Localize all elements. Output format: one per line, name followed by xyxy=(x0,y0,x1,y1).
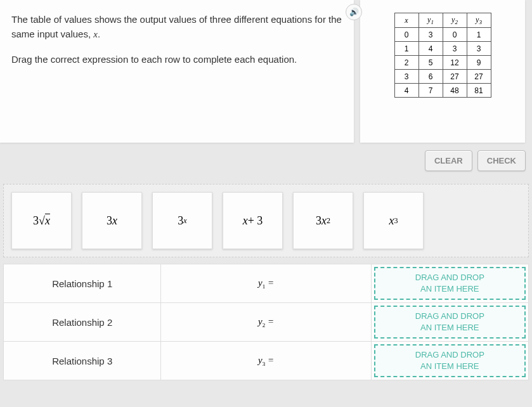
table-row: 25129 xyxy=(394,56,491,70)
action-buttons: CLEAR CHECK xyxy=(0,143,532,179)
problem-period: . xyxy=(98,29,100,39)
dropzone-line-1: DRAG AND DROP xyxy=(415,272,484,283)
table-row: 474881 xyxy=(394,84,491,98)
check-button[interactable]: CHECK xyxy=(477,150,526,171)
problem-text: The table of values shows the output val… xyxy=(11,13,342,67)
header-y1: y1 xyxy=(418,13,443,28)
dropzone-line-1: DRAG AND DROP xyxy=(415,349,484,361)
relationship-2-equation: y2 = xyxy=(161,303,371,342)
dropzone-line-2: AN ITEM HERE xyxy=(420,361,479,372)
problem-line-1a: The table of values shows the output val… xyxy=(11,14,342,25)
clear-button[interactable]: CLEAR xyxy=(425,150,472,171)
tiles-container: 3√x 3x 3x x + 3 3x2 x3 xyxy=(3,184,529,257)
tile-3x-squared[interactable]: 3x2 xyxy=(293,192,353,249)
relationships-table: Relationship 1 y1 = DRAG AND DROP AN ITE… xyxy=(3,264,529,380)
tile-x-cubed[interactable]: x3 xyxy=(363,192,424,249)
problem-line-2: Drag the correct expression to each row … xyxy=(11,53,342,67)
table-row: 1433 xyxy=(394,42,491,56)
values-table: x y1 y2 y3 0301 1433 25129 362727 474881 xyxy=(394,13,491,98)
problem-var: x xyxy=(93,29,98,39)
relationship-3-equation: y3 = xyxy=(161,342,371,380)
audio-button[interactable]: 🔊 xyxy=(346,4,362,20)
dropzone-line-1: DRAG AND DROP xyxy=(415,311,484,322)
relationship-1-label: Relationship 1 xyxy=(4,264,161,303)
relationship-row-3: Relationship 3 y3 = DRAG AND DROP AN ITE… xyxy=(4,342,529,380)
relationship-row-1: Relationship 1 y1 = DRAG AND DROP AN ITE… xyxy=(4,264,529,303)
header-y2: y2 xyxy=(443,13,467,28)
dropzone-3[interactable]: DRAG AND DROP AN ITEM HERE xyxy=(374,344,526,377)
table-row: 362727 xyxy=(394,70,491,84)
relationship-row-2: Relationship 2 y2 = DRAG AND DROP AN ITE… xyxy=(4,303,529,342)
header-x: x xyxy=(394,13,418,28)
tile-x-plus-3[interactable]: x + 3 xyxy=(223,192,283,249)
relationship-2-label: Relationship 2 xyxy=(4,303,161,342)
tile-3x[interactable]: 3x xyxy=(82,192,142,249)
table-panel: x y1 y2 y3 0301 1433 25129 362727 474881 xyxy=(360,0,525,143)
dropzone-2[interactable]: DRAG AND DROP AN ITEM HERE xyxy=(374,306,526,339)
dropzone-1[interactable]: DRAG AND DROP AN ITEM HERE xyxy=(374,267,526,300)
problem-line-1b: same input values, xyxy=(11,29,93,39)
relationship-3-label: Relationship 3 xyxy=(4,342,161,380)
tile-3-sqrt-x[interactable]: 3√x xyxy=(11,192,72,249)
header-y3: y3 xyxy=(467,13,491,28)
tile-3-to-x[interactable]: 3x xyxy=(152,192,212,249)
dropzone-line-2: AN ITEM HERE xyxy=(420,283,479,295)
problem-panel: 🔊 The table of values shows the output v… xyxy=(0,0,354,143)
dropzone-line-2: AN ITEM HERE xyxy=(420,322,479,333)
table-row: 0301 xyxy=(394,28,491,42)
table-header-row: x y1 y2 y3 xyxy=(394,13,491,28)
relationship-1-equation: y1 = xyxy=(161,264,371,303)
speaker-icon: 🔊 xyxy=(349,8,359,16)
